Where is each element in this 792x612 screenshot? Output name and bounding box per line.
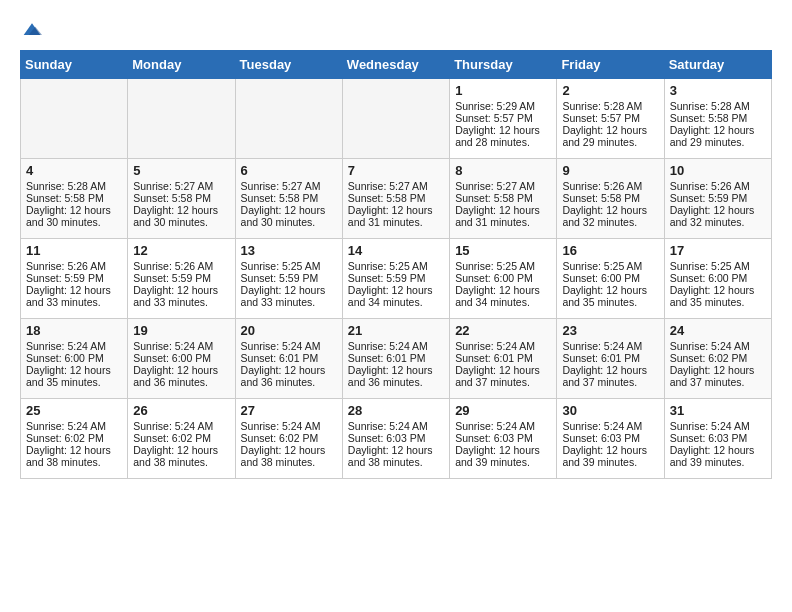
day-number: 13	[241, 243, 337, 258]
calendar-day-cell: 28Sunrise: 5:24 AMSunset: 6:03 PMDayligh…	[342, 399, 449, 479]
day-info: Sunrise: 5:25 AM	[670, 260, 766, 272]
day-number: 1	[455, 83, 551, 98]
day-info: Sunrise: 5:26 AM	[133, 260, 229, 272]
calendar-day-cell: 19Sunrise: 5:24 AMSunset: 6:00 PMDayligh…	[128, 319, 235, 399]
calendar-header-cell: Friday	[557, 51, 664, 79]
day-info: Daylight: 12 hours and 38 minutes.	[26, 444, 122, 468]
calendar-week-row: 11Sunrise: 5:26 AMSunset: 5:59 PMDayligh…	[21, 239, 772, 319]
day-info: Daylight: 12 hours and 39 minutes.	[670, 444, 766, 468]
day-info: Sunrise: 5:24 AM	[455, 340, 551, 352]
day-number: 2	[562, 83, 658, 98]
calendar-header-cell: Sunday	[21, 51, 128, 79]
day-info: Daylight: 12 hours and 33 minutes.	[133, 284, 229, 308]
day-info: Sunset: 6:02 PM	[670, 352, 766, 364]
day-number: 23	[562, 323, 658, 338]
day-info: Sunset: 5:58 PM	[562, 192, 658, 204]
calendar-header-cell: Thursday	[450, 51, 557, 79]
day-info: Daylight: 12 hours and 30 minutes.	[26, 204, 122, 228]
calendar-day-cell: 1Sunrise: 5:29 AMSunset: 5:57 PMDaylight…	[450, 79, 557, 159]
calendar-day-cell: 10Sunrise: 5:26 AMSunset: 5:59 PMDayligh…	[664, 159, 771, 239]
day-info: Daylight: 12 hours and 35 minutes.	[562, 284, 658, 308]
day-info: Sunrise: 5:26 AM	[562, 180, 658, 192]
day-info: Sunset: 5:59 PM	[133, 272, 229, 284]
day-info: Sunset: 5:59 PM	[26, 272, 122, 284]
calendar-day-cell: 26Sunrise: 5:24 AMSunset: 6:02 PMDayligh…	[128, 399, 235, 479]
day-info: Sunrise: 5:28 AM	[562, 100, 658, 112]
day-number: 9	[562, 163, 658, 178]
day-number: 6	[241, 163, 337, 178]
day-info: Sunrise: 5:28 AM	[26, 180, 122, 192]
calendar-day-cell: 5Sunrise: 5:27 AMSunset: 5:58 PMDaylight…	[128, 159, 235, 239]
calendar-day-cell: 2Sunrise: 5:28 AMSunset: 5:57 PMDaylight…	[557, 79, 664, 159]
day-info: Sunset: 6:03 PM	[348, 432, 444, 444]
page-header	[20, 20, 772, 40]
day-info: Daylight: 12 hours and 37 minutes.	[562, 364, 658, 388]
day-info: Sunrise: 5:24 AM	[348, 420, 444, 432]
day-info: Sunset: 6:00 PM	[26, 352, 122, 364]
calendar-day-cell: 12Sunrise: 5:26 AMSunset: 5:59 PMDayligh…	[128, 239, 235, 319]
day-number: 31	[670, 403, 766, 418]
day-info: Sunrise: 5:27 AM	[348, 180, 444, 192]
day-number: 26	[133, 403, 229, 418]
day-number: 19	[133, 323, 229, 338]
day-info: Sunset: 6:02 PM	[133, 432, 229, 444]
calendar-day-cell: 29Sunrise: 5:24 AMSunset: 6:03 PMDayligh…	[450, 399, 557, 479]
day-info: Sunset: 6:00 PM	[562, 272, 658, 284]
calendar-day-cell: 3Sunrise: 5:28 AMSunset: 5:58 PMDaylight…	[664, 79, 771, 159]
day-info: Sunset: 6:03 PM	[670, 432, 766, 444]
day-info: Sunrise: 5:25 AM	[348, 260, 444, 272]
day-info: Sunset: 6:00 PM	[455, 272, 551, 284]
day-number: 16	[562, 243, 658, 258]
calendar-week-row: 1Sunrise: 5:29 AMSunset: 5:57 PMDaylight…	[21, 79, 772, 159]
day-info: Sunrise: 5:24 AM	[455, 420, 551, 432]
day-info: Sunset: 6:02 PM	[241, 432, 337, 444]
day-info: Sunset: 5:58 PM	[455, 192, 551, 204]
calendar-header: SundayMondayTuesdayWednesdayThursdayFrid…	[21, 51, 772, 79]
calendar-week-row: 18Sunrise: 5:24 AMSunset: 6:00 PMDayligh…	[21, 319, 772, 399]
calendar-day-cell: 11Sunrise: 5:26 AMSunset: 5:59 PMDayligh…	[21, 239, 128, 319]
day-info: Daylight: 12 hours and 38 minutes.	[133, 444, 229, 468]
calendar-day-cell: 21Sunrise: 5:24 AMSunset: 6:01 PMDayligh…	[342, 319, 449, 399]
day-info: Sunrise: 5:25 AM	[241, 260, 337, 272]
day-number: 30	[562, 403, 658, 418]
day-info: Sunrise: 5:26 AM	[670, 180, 766, 192]
calendar-day-cell: 14Sunrise: 5:25 AMSunset: 5:59 PMDayligh…	[342, 239, 449, 319]
calendar-day-cell: 31Sunrise: 5:24 AMSunset: 6:03 PMDayligh…	[664, 399, 771, 479]
day-number: 5	[133, 163, 229, 178]
day-info: Sunset: 5:59 PM	[241, 272, 337, 284]
day-number: 17	[670, 243, 766, 258]
calendar-day-cell: 25Sunrise: 5:24 AMSunset: 6:02 PMDayligh…	[21, 399, 128, 479]
calendar-day-cell: 15Sunrise: 5:25 AMSunset: 6:00 PMDayligh…	[450, 239, 557, 319]
calendar-day-cell: 7Sunrise: 5:27 AMSunset: 5:58 PMDaylight…	[342, 159, 449, 239]
day-info: Sunrise: 5:24 AM	[241, 420, 337, 432]
day-info: Daylight: 12 hours and 36 minutes.	[241, 364, 337, 388]
day-number: 7	[348, 163, 444, 178]
day-info: Sunrise: 5:25 AM	[455, 260, 551, 272]
calendar-day-cell	[235, 79, 342, 159]
day-number: 27	[241, 403, 337, 418]
day-info: Daylight: 12 hours and 37 minutes.	[670, 364, 766, 388]
day-info: Sunrise: 5:24 AM	[241, 340, 337, 352]
day-info: Daylight: 12 hours and 35 minutes.	[670, 284, 766, 308]
day-info: Sunset: 5:58 PM	[133, 192, 229, 204]
day-info: Daylight: 12 hours and 35 minutes.	[26, 364, 122, 388]
day-number: 18	[26, 323, 122, 338]
day-info: Daylight: 12 hours and 39 minutes.	[562, 444, 658, 468]
day-info: Sunrise: 5:24 AM	[26, 340, 122, 352]
day-number: 14	[348, 243, 444, 258]
day-info: Daylight: 12 hours and 36 minutes.	[348, 364, 444, 388]
calendar-header-cell: Monday	[128, 51, 235, 79]
day-info: Daylight: 12 hours and 30 minutes.	[133, 204, 229, 228]
calendar-day-cell: 24Sunrise: 5:24 AMSunset: 6:02 PMDayligh…	[664, 319, 771, 399]
day-info: Sunrise: 5:27 AM	[455, 180, 551, 192]
day-info: Sunset: 5:58 PM	[26, 192, 122, 204]
day-info: Sunrise: 5:24 AM	[26, 420, 122, 432]
calendar-day-cell: 4Sunrise: 5:28 AMSunset: 5:58 PMDaylight…	[21, 159, 128, 239]
day-info: Sunrise: 5:29 AM	[455, 100, 551, 112]
day-info: Sunset: 6:00 PM	[670, 272, 766, 284]
day-number: 4	[26, 163, 122, 178]
day-info: Sunset: 6:02 PM	[26, 432, 122, 444]
day-info: Daylight: 12 hours and 29 minutes.	[670, 124, 766, 148]
day-info: Sunrise: 5:24 AM	[133, 340, 229, 352]
calendar-header-cell: Saturday	[664, 51, 771, 79]
